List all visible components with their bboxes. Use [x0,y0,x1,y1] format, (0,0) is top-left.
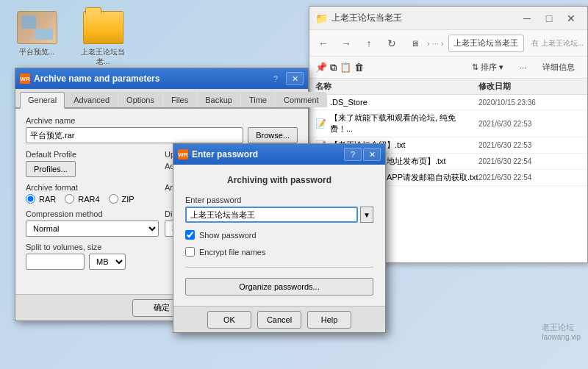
radio-rar4[interactable]: RAR4 [65,194,99,204]
tab-advanced[interactable]: Advanced [65,92,118,107]
file-row-1[interactable]: 📝 【来了就能下载和观看的论坛, 纯免费！... 2021/6/30 22:53 [309,110,587,137]
password-dialog-title: Enter password [192,149,340,160]
desktop-icon-folder-label: 上老王论坛当老... [77,47,129,66]
explorer-forward-button[interactable]: → [336,34,356,53]
explorer-sort-button[interactable]: ⇅排序 ▾ [465,60,510,76]
file-date-1: 2021/6/30 22:53 [478,120,581,128]
explorer-titlebar: 📁 上老王论坛当老王 ─ □ ✕ [309,7,587,30]
radio-rar[interactable]: RAR [26,194,56,204]
profiles-button[interactable]: Profiles... [26,161,76,177]
watermark-text: 老王论坛 [542,322,581,333]
address-location-hint: 在 上老王论坛... [531,38,584,49]
default-profile-label: Default Profile [26,150,76,159]
tab-time[interactable]: Time [241,92,275,107]
password-input[interactable] [185,207,358,223]
separator [185,267,373,268]
explorer-column-header: 名称 修改日期 [309,79,587,95]
explorer-icon-paste: 📋 [340,62,351,73]
archive-dialog-tabs: General Advanced Options Files Backup Ti… [15,89,308,109]
compression-select[interactable]: Normal [26,221,159,237]
explorer-icon-pin: 📌 [315,62,327,73]
breadcrumb-dots: ··· [432,39,439,48]
explorer-icon-delete: 🗑 [354,62,364,73]
password-dialog-content: Archiving with password Enter password ▼… [173,165,385,306]
explorer-maximize-button[interactable]: □ [539,10,559,26]
explorer-close-button[interactable]: ✕ [561,10,581,26]
breadcrumb-separator: › [427,39,430,48]
explorer-up-button[interactable]: ↑ [359,34,379,53]
organize-passwords-button[interactable]: Organize passwords... [185,278,373,295]
show-password-checkbox[interactable] [185,230,195,240]
desktop-icon-photo-label: 平台预览... [19,47,54,57]
file-name-0: .DS_Store [330,98,368,107]
desktop-icons-area: 平台预览... 上老王论坛当老... [11,11,129,66]
tab-general[interactable]: General [20,92,65,109]
explorer-titlebar-controls: ─ □ ✕ [517,10,581,26]
tab-comment[interactable]: Comment [276,92,327,107]
file-name-1: 【来了就能下载和观看的论坛, 纯免费！... [330,112,478,135]
format-rar4-label: RAR4 [78,195,99,204]
archive-format-label: Archive format [26,183,159,192]
split-unit-select[interactable]: MB [89,254,126,270]
password-help-button[interactable]: Help [307,311,351,329]
winrar-icon: WR [20,74,30,84]
explorer-monitor-icon: 🖥 [404,34,425,53]
default-profile-row: Profiles... [26,161,159,177]
archive-name-input[interactable] [26,127,243,143]
explorer-back-button[interactable]: ← [313,34,334,53]
archive-dialog-title: Archive name and parameters [34,74,270,84]
password-input-row: ▼ [185,207,373,223]
archive-dialog-controls: ✕ [286,72,304,85]
encrypt-names-label: Encrypt file names [199,248,265,257]
file-icon-1: 📝 [315,118,326,129]
desktop-icon-photo[interactable]: 平台预览... [11,11,62,66]
file-row-0[interactable]: 📄 .DS_Store 2020/10/15 23:36 [309,95,587,110]
password-ok-button[interactable]: OK [207,311,251,329]
desktop-icon-folder[interactable]: 上老王论坛当老... [77,11,129,66]
tab-options[interactable]: Options [118,92,162,107]
encrypt-names-row[interactable]: Encrypt file names [185,247,373,257]
file-date-4: 2021/6/30 22:54 [478,173,581,182]
profile-section: Default Profile Profiles... [26,149,159,177]
archive-dialog-close-button[interactable]: ✕ [286,72,304,85]
show-password-row[interactable]: Show password [185,230,373,240]
photo-thumbnail [17,11,57,44]
file-date-2: 2021/6/30 22:53 [478,141,581,149]
watermark-site: laowang.vip [542,333,581,341]
watermark: 老王论坛 laowang.vip [542,322,581,341]
address-text: 上老王论坛当老王 [453,37,518,49]
password-dropdown-button[interactable]: ▼ [360,207,373,223]
split-input[interactable] [26,254,85,270]
explorer-action-toolbar: 📌 ⧉ 📋 🗑 ⇅排序 ▾ ··· 详细信息 [309,57,587,79]
explorer-more-button[interactable]: ··· [513,60,533,76]
encrypt-names-checkbox[interactable] [185,247,195,257]
password-input-group: Enter password ▼ [185,196,373,223]
breadcrumb-separator2: › [441,39,444,48]
explorer-minimize-button[interactable]: ─ [517,10,537,26]
password-dialog-footer: OK Cancel Help [173,306,385,332]
format-zip-label: ZIP [122,195,135,204]
compression-group: Compression method Normal [26,209,159,237]
format-rar-label: RAR [39,195,56,204]
archive-name-row: Browse... [26,127,298,143]
address-bar[interactable]: 上老王论坛当老王 [448,35,524,52]
password-dialog-close-button[interactable]: ✕ [363,148,381,161]
column-date: 修改日期 [478,81,581,92]
tab-backup[interactable]: Backup [197,92,240,107]
explorer-view-button[interactable]: 详细信息 [536,60,581,76]
radio-zip[interactable]: ZIP [109,194,135,204]
explorer-nav-toolbar: ← → ↑ ↻ 🖥 › ··· › 上老王论坛当老王 在 上老王论坛... [309,30,587,57]
folder-thumbnail [83,11,123,44]
file-date-3: 2021/6/30 22:54 [478,157,581,165]
archive-name-group: Archive name Browse... [26,116,298,143]
archive-name-label: Archive name [26,116,298,125]
dialog-help-icon: ? [273,74,278,83]
browse-button[interactable]: Browse... [248,127,298,143]
winrar-icon-pwd: WR [178,149,188,160]
tab-files[interactable]: Files [163,92,196,107]
password-cancel-button[interactable]: Cancel [257,311,301,329]
explorer-refresh-button[interactable]: ↻ [381,34,402,53]
password-dialog-titlebar: WR Enter password ? ✕ [173,144,385,165]
explorer-icon-copy: ⧉ [330,62,337,74]
password-dialog-help-button[interactable]: ? [344,148,362,161]
